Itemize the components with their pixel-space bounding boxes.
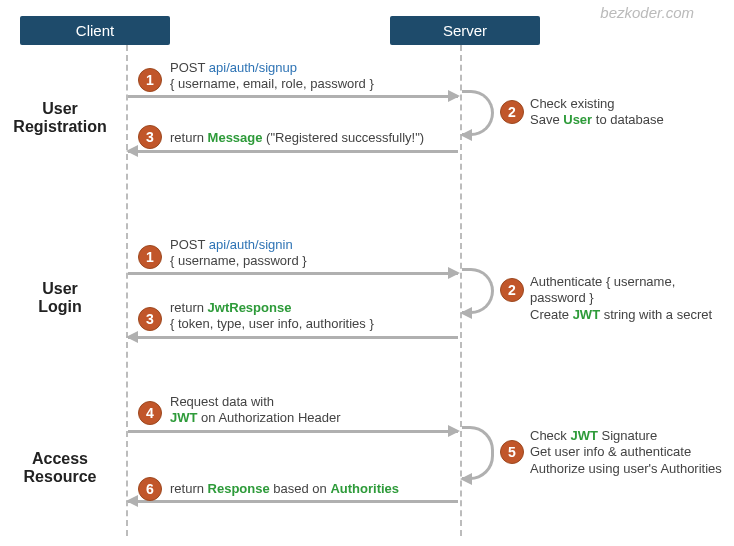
reg2-line2a: Save <box>530 112 563 127</box>
acc6-authorities: Authorities <box>330 481 399 496</box>
server-header: Server <box>390 16 540 45</box>
acc4-line1: Request data with <box>170 394 274 409</box>
reg3-b: ("Registered successfully!") <box>263 130 425 145</box>
acc5-jwt: JWT <box>570 428 597 443</box>
login-arrow-3 <box>128 336 458 339</box>
login1-body: { username, password } <box>170 253 307 268</box>
reg-selfloop-2 <box>462 90 494 136</box>
login3-body: { token, type, user info, authorities } <box>170 316 374 331</box>
login-selfloop-2 <box>462 268 494 314</box>
reg-step2-num: 2 <box>500 100 524 124</box>
login-step1-num: 1 <box>138 245 162 269</box>
client-header: Client <box>20 16 170 45</box>
reg2-line2b: to database <box>592 112 664 127</box>
login2-line2b: string with a secret <box>600 307 712 322</box>
access-selfloop-5 <box>462 426 494 480</box>
access-arrow-6 <box>128 500 458 503</box>
reg1-method: POST <box>170 60 209 75</box>
acc6-response: Response <box>208 481 270 496</box>
login3-jwtresponse: JwtResponse <box>208 300 292 315</box>
section-access: Access Resource <box>5 450 115 487</box>
login-step3-num: 3 <box>138 307 162 331</box>
login1-endpoint: api/auth/signin <box>209 237 293 252</box>
section-login: User Login <box>5 280 115 317</box>
login-arrow-1 <box>128 272 458 275</box>
reg1-endpoint: api/auth/signup <box>209 60 297 75</box>
login2-line2a: Create <box>530 307 573 322</box>
login-step2-msg: Authenticate { username, password } Crea… <box>530 274 734 323</box>
acc6-a: return <box>170 481 208 496</box>
reg-step3-num: 3 <box>138 125 162 149</box>
login3-a: return <box>170 300 208 315</box>
access-step5-msg: Check JWT Signature Get user info & auth… <box>530 428 722 477</box>
acc5-line1b: Signature <box>598 428 657 443</box>
login-step2-num: 2 <box>500 278 524 302</box>
reg1-body: { username, email, role, password } <box>170 76 374 91</box>
login2-jwt: JWT <box>573 307 600 322</box>
acc5-line2: Get user info & authenticate <box>530 444 691 459</box>
reg2-user: User <box>563 112 592 127</box>
login-step3-msg: return JwtResponse { token, type, user i… <box>170 300 374 333</box>
reg3-message: Message <box>208 130 263 145</box>
access-step6-msg: return Response based on Authorities <box>170 481 399 497</box>
acc5-line3: Authorize using user's Authorities <box>530 461 722 476</box>
access-step5-num: 5 <box>500 440 524 464</box>
reg-step2-msg: Check existing Save User to database <box>530 96 664 129</box>
reg-arrow-1 <box>128 95 458 98</box>
acc6-b: based on <box>270 481 331 496</box>
section-registration: User Registration <box>5 100 115 137</box>
reg2-line1: Check existing <box>530 96 615 111</box>
login-step1-msg: POST api/auth/signin { username, passwor… <box>170 237 307 270</box>
access-arrow-4 <box>128 430 458 433</box>
login1-method: POST <box>170 237 209 252</box>
reg-step1-num: 1 <box>138 68 162 92</box>
reg-step1-msg: POST api/auth/signup { username, email, … <box>170 60 374 93</box>
access-step4-num: 4 <box>138 401 162 425</box>
reg-step3-msg: return Message ("Registered successfully… <box>170 130 424 146</box>
login2-line1: Authenticate { username, password } <box>530 274 675 305</box>
access-step4-msg: Request data with JWT on Authorization H… <box>170 394 341 427</box>
reg-arrow-3 <box>128 150 458 153</box>
watermark: bezkoder.com <box>600 4 694 21</box>
acc5-line1a: Check <box>530 428 570 443</box>
access-step6-num: 6 <box>138 477 162 501</box>
acc4-line2b: on Authorization Header <box>197 410 340 425</box>
client-lifeline <box>126 45 128 536</box>
acc4-jwt: JWT <box>170 410 197 425</box>
reg3-a: return <box>170 130 208 145</box>
